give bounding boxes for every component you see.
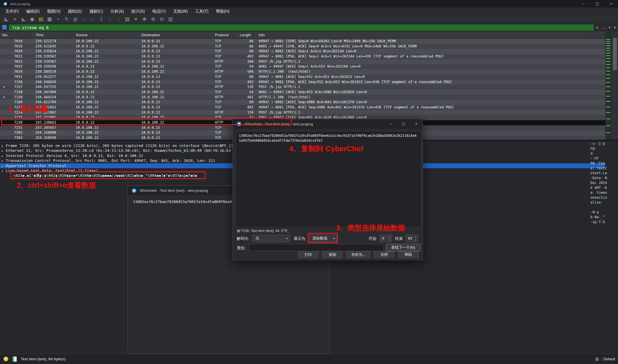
go-down-icon[interactable]: ↓ <box>115 16 123 23</box>
save-as-button[interactable]: 另存为... <box>346 251 370 258</box>
resize-columns-icon[interactable]: ▥ <box>166 16 174 23</box>
capture-options-icon[interactable]: ◉ <box>28 16 36 23</box>
profile-area[interactable]: ⊞ : Default <box>595 357 618 362</box>
dialog-close-button[interactable]: × <box>410 119 423 129</box>
menu-item[interactable]: 帮助(H) <box>212 7 233 15</box>
packet-row[interactable]: 7023239.53950410.0.9.1310.0.100.22TCP548… <box>0 64 605 69</box>
menu-item[interactable]: 工具(T) <box>191 7 212 15</box>
packet-row[interactable]: 7021239.53936710.0.100.2210.0.9.13TCP493… <box>0 54 605 59</box>
go-to-packet-icon[interactable]: ↧ <box>97 16 105 23</box>
find-packet-icon[interactable]: ◎ <box>71 16 79 23</box>
packet-row[interactable]: 7020239.53581410.0.100.2210.0.9.13TCP604… <box>0 49 605 54</box>
filter-apply-icon[interactable]: → <box>601 24 607 31</box>
menu-item[interactable]: 电话(Y) <box>148 7 169 15</box>
chevron-right-icon[interactable]: ▸ <box>2 164 6 168</box>
packet-info: 49947 → 8081 [PSH, ACK] Seq=1 Ack=1 Win=… <box>255 54 605 59</box>
capture-file-icon[interactable] <box>12 357 17 362</box>
chevron-down-icon[interactable]: ▾ <box>2 168 6 173</box>
scrollbar-thumb[interactable] <box>613 38 617 70</box>
zoom-in-icon[interactable]: ⊕ <box>140 16 148 23</box>
zoom-out-icon[interactable]: ⊖ <box>149 16 157 23</box>
auto-scroll-icon[interactable]: ≡ <box>132 16 140 23</box>
packet-row[interactable]: 7160244.62276910.0.100.2210.0.9.13TCP604… <box>0 100 605 105</box>
packet-row[interactable]: 7223247.22184310.0.100.2210.0.9.13TCP492… <box>0 105 605 110</box>
column-header[interactable]: Protocol <box>213 32 237 39</box>
save-file-icon[interactable]: ▦ <box>45 16 54 23</box>
chevron-right-icon[interactable]: ▸ <box>2 158 6 163</box>
filter-bookmark-icon[interactable] <box>2 25 7 30</box>
packet-protocol: HTTP <box>213 85 237 90</box>
capture-restart-icon[interactable]: ◣ <box>20 16 28 23</box>
column-header[interactable]: Source <box>73 32 139 39</box>
packet-row[interactable]: 7157244.54733510.0.100.2210.0.9.13HTTP15… <box>0 85 605 90</box>
packet-row[interactable]: 7224247.22196710.0.100.2210.0.9.13HTTP15… <box>0 110 605 115</box>
column-header[interactable]: Length <box>237 32 255 39</box>
go-up-icon[interactable]: ↑ <box>106 16 114 23</box>
filter-dropdown-icon[interactable]: ▾ <box>608 24 611 31</box>
chevron-right-icon[interactable]: ▸ <box>2 148 6 153</box>
go-back-icon[interactable]: ← <box>80 16 88 23</box>
packet-row[interactable]: 7019239.52264510.0.9.1310.0.100.22TCP668… <box>0 44 605 49</box>
find-next-button[interactable]: 查找下一个(N) <box>386 244 420 251</box>
capture-start-icon[interactable]: ◣ <box>2 16 10 23</box>
menu-item[interactable]: 分析(A) <box>107 7 128 15</box>
menu-item[interactable]: 文件(F) <box>2 7 22 15</box>
packet-info: 49947 → 8081 [ACK] Seq=552 Ack=453 Win=2… <box>255 74 605 80</box>
menu-item[interactable]: 跳转(G) <box>64 7 85 15</box>
zoom-original-icon[interactable]: ⊙ <box>158 16 166 23</box>
packet-list-scrollbar[interactable] <box>612 32 618 140</box>
minimap-tick <box>606 125 610 126</box>
packet-row[interactable]: 7159244.56415410.0.9.1310.0.100.22HTTP44… <box>0 95 605 100</box>
packet-row[interactable]: 7156244.54682010.0.100.2210.0.9.13TCP492… <box>0 80 605 85</box>
profile-name[interactable]: : Default <box>601 357 615 361</box>
filter-clear-icon[interactable]: × <box>594 24 600 31</box>
packet-row[interactable]: 7158244.54740410.0.9.1310.0.100.22TCP548… <box>0 90 605 95</box>
packet-row[interactable]: 7031239.65327710.0.100.2210.0.9.13TCP604… <box>0 74 605 80</box>
capture-stop-icon[interactable]: ■ <box>11 16 19 23</box>
packet-row[interactable]: 7022239.53936710.0.100.2210.0.9.13HTTP16… <box>0 59 605 64</box>
go-forward-icon[interactable]: → <box>89 16 97 23</box>
menu-item[interactable]: 编辑(E) <box>22 7 43 15</box>
packet-protocol: TCP <box>213 64 237 69</box>
column-header[interactable]: Info <box>255 32 612 39</box>
colorize-icon[interactable]: ▧ <box>123 16 131 23</box>
copy-button[interactable]: 复制 <box>322 251 343 258</box>
column-header[interactable]: Destination <box>139 32 213 39</box>
decode-as-select[interactable]: 无 ▾ <box>252 235 290 242</box>
menu-item[interactable]: 视图(V) <box>43 7 64 15</box>
help-button[interactable]: 帮助 <box>398 251 419 258</box>
open-file-icon[interactable]: ▤ <box>37 16 45 23</box>
display-filter-input[interactable]: tcp.stream eq 6 <box>9 24 594 31</box>
chevron-right-icon[interactable]: ▸ <box>2 143 6 148</box>
spinner-arrows-icon[interactable]: ▴▾ <box>414 235 417 242</box>
find-input[interactable] <box>249 244 384 251</box>
expert-info-icon[interactable] <box>3 357 8 361</box>
print-button[interactable]: 打印 <box>298 251 318 258</box>
chevron-right-icon[interactable]: ▸ <box>2 154 6 158</box>
packet-row[interactable]: 7024239.58551010.0.9.1310.0.100.22HTTP50… <box>0 69 605 74</box>
profile-grid-icon[interactable]: ⊞ <box>595 357 599 362</box>
menu-item[interactable]: 捕获(C) <box>85 7 106 15</box>
bytes-line: e: timeo <box>590 190 618 195</box>
maximize-button[interactable]: ▢ <box>590 0 604 7</box>
dialog-maximize-button[interactable]: ▢ <box>397 119 410 129</box>
dialog-minimize-button[interactable]: – <box>385 119 397 129</box>
close-file-icon[interactable]: × <box>54 16 62 23</box>
packet-row[interactable]: 7018239.52227410.0.100.2210.0.9.13TCP664… <box>0 39 605 44</box>
minimize-button[interactable]: – <box>577 0 590 7</box>
packet-protocol: HTTP <box>213 59 237 64</box>
menu-item[interactable]: 统计(S) <box>128 7 149 15</box>
menu-item[interactable]: 无线(W) <box>169 7 192 15</box>
column-header[interactable]: No. <box>0 32 33 39</box>
minimap-tick <box>606 53 610 53</box>
end-spinner[interactable]: 63 ▴▾ <box>405 235 418 242</box>
start-spinner[interactable]: 0 ▴▾ <box>379 235 392 242</box>
filter-add-button[interactable]: + <box>612 24 618 31</box>
column-header[interactable]: Time <box>33 32 73 39</box>
close-dialog-button[interactable]: 关闭 <box>374 251 394 258</box>
packet-protocol: HTTP <box>213 95 237 100</box>
reload-file-icon[interactable]: ↻ <box>63 16 71 23</box>
spinner-arrows-icon[interactable]: ▴▾ <box>388 235 391 242</box>
packet-no: 7031 <box>0 74 33 80</box>
close-button[interactable]: × <box>604 0 618 7</box>
